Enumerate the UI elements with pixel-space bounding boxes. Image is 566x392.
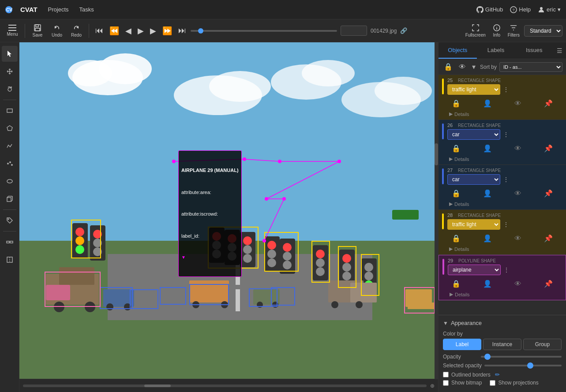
obj-label-select-28[interactable]: traffic light (447, 219, 500, 230)
split-tool[interactable] (2, 252, 18, 268)
obj-label-select-26[interactable]: car (447, 129, 500, 140)
color-band-28 (442, 213, 444, 229)
person-25[interactable]: 👤 (483, 99, 492, 108)
tab-objects[interactable]: Objects (439, 42, 477, 59)
canvas-hscroll[interactable] (23, 385, 427, 387)
prev-filter-frame-button[interactable]: ⏪ (107, 24, 122, 37)
redo-button[interactable]: Redo (67, 22, 85, 39)
join-tool[interactable] (2, 234, 18, 250)
person-28[interactable]: 👤 (483, 234, 492, 243)
show-bitmap-checkbox[interactable] (443, 380, 449, 386)
eye-25[interactable]: 👁 (514, 100, 521, 108)
obj-label-select-29[interactable]: airplane (448, 265, 501, 275)
svg-point-57 (243, 236, 252, 245)
frame-input[interactable]: 0 (341, 26, 367, 36)
tag-tool[interactable] (2, 213, 18, 228)
show-projections-checkbox[interactable] (490, 380, 495, 386)
pin-26[interactable]: 📌 (544, 144, 553, 153)
filters-button[interactable]: Filters (505, 22, 522, 39)
eye-all-button[interactable]: 👁 (457, 62, 468, 72)
outlined-borders-label[interactable]: Outlined borders (451, 372, 491, 378)
eye-26[interactable]: 👁 (514, 145, 521, 153)
next-frame-button[interactable]: ▶ (147, 24, 159, 37)
lock-25[interactable]: 🔒 (452, 99, 461, 108)
info-button[interactable]: Info (490, 22, 503, 39)
edit-icon[interactable]: ✏ (495, 371, 500, 378)
github-link[interactable]: GitHub (476, 6, 503, 13)
appearance-collapse[interactable]: ▼ (443, 320, 448, 326)
eye-29[interactable]: 👁 (514, 280, 521, 288)
cursor-tool[interactable] (2, 46, 18, 62)
details-toggle-25[interactable]: ▶ Details (449, 111, 562, 117)
tab-issues[interactable]: Issues (515, 42, 553, 59)
first-frame-button[interactable]: ⏮ (93, 24, 106, 37)
obj-menu-28[interactable]: ⋮ (502, 220, 510, 229)
rectangle-tool[interactable] (2, 103, 18, 119)
obj-label-select-25[interactable]: traffic light (447, 84, 500, 95)
points-tool[interactable] (2, 156, 18, 172)
svg-point-45 (93, 230, 102, 239)
nav-projects[interactable]: Projects (45, 4, 72, 15)
annotation-attr-area: attribute:area: (181, 189, 239, 196)
progress-bar[interactable] (191, 30, 337, 32)
polyline-tool[interactable] (2, 138, 18, 154)
svg-point-82 (54, 302, 64, 312)
details-toggle-28[interactable]: ▶ Details (449, 246, 562, 252)
tab-labels[interactable]: Labels (477, 42, 515, 59)
opacity-slider[interactable] (481, 356, 562, 358)
rotate-tool[interactable] (2, 81, 18, 97)
pin-28[interactable]: 📌 (544, 234, 553, 243)
undo-button[interactable]: Undo (48, 22, 66, 39)
details-toggle-27[interactable]: ▶ Details (449, 201, 562, 207)
nav-tasks[interactable]: Tasks (76, 4, 97, 15)
canvas-vscroll[interactable] (435, 42, 438, 379)
help-link[interactable]: ? Help (510, 6, 531, 13)
polygon-tool[interactable] (2, 120, 18, 136)
obj-label-select-27[interactable]: car (447, 174, 500, 185)
person-26[interactable]: 👤 (483, 144, 492, 153)
selected-opacity-slider[interactable] (484, 365, 562, 366)
obj-menu-25[interactable]: ⋮ (502, 85, 510, 94)
cuboid-icon (6, 195, 13, 202)
lock-29[interactable]: 🔒 (452, 280, 461, 288)
prev-frame-button[interactable]: ◀ (123, 24, 134, 37)
link-icon[interactable]: 🔗 (400, 27, 407, 34)
color-by-group-btn[interactable]: Group (523, 339, 562, 350)
show-projections-label[interactable]: Show projections (498, 380, 538, 386)
pin-27[interactable]: 📌 (544, 189, 553, 198)
play-button[interactable]: ▶ (135, 24, 146, 37)
obj-menu-27[interactable]: ⋮ (502, 175, 510, 184)
show-bitmap-label[interactable]: Show bitmap (451, 380, 482, 386)
person-29[interactable]: 👤 (483, 280, 492, 288)
person-27[interactable]: 👤 (483, 189, 492, 198)
outlined-borders-checkbox[interactable] (443, 372, 449, 377)
details-toggle-29[interactable]: ▶ Details (450, 291, 562, 297)
pin-25[interactable]: 📌 (544, 99, 553, 108)
dropdown-all-button[interactable]: ▾ (470, 62, 477, 72)
save-button[interactable]: Save (29, 22, 46, 39)
lock-28[interactable]: 🔒 (452, 234, 461, 243)
eye-28[interactable]: 👁 (514, 235, 521, 243)
obj-menu-29[interactable]: ⋮ (502, 265, 510, 274)
cuboid-tool[interactable] (2, 191, 18, 207)
last-frame-button[interactable]: ⏭ (176, 24, 189, 37)
fullscreen-button[interactable]: Fullscreen (463, 22, 488, 39)
menu-button[interactable]: Menu (4, 23, 21, 38)
pin-29[interactable]: 📌 (544, 280, 553, 288)
lock-all-button[interactable]: 🔒 (442, 62, 454, 72)
obj-menu-26[interactable]: ⋮ (502, 130, 510, 139)
next-filter-frame-button[interactable]: ⏩ (160, 24, 175, 37)
lock-26[interactable]: 🔒 (452, 144, 461, 153)
canvas-area[interactable]: AIRPLANE 29 (MANUAL) attribute:area: att… (19, 42, 438, 392)
eye-27[interactable]: 👁 (514, 190, 521, 198)
lock-27[interactable]: 🔒 (452, 189, 461, 198)
user-menu[interactable]: eric ▾ (538, 6, 561, 13)
view-mode-select[interactable]: Standard Attribute (524, 25, 562, 37)
color-by-instance-btn[interactable]: Instance (483, 339, 521, 350)
sort-select[interactable]: ID - as... (499, 62, 562, 72)
color-by-label-btn[interactable]: Label (443, 339, 481, 350)
details-toggle-26[interactable]: ▶ Details (449, 156, 562, 162)
panel-menu-button[interactable]: ☰ (553, 45, 566, 56)
move-tool[interactable] (2, 63, 18, 79)
ellipse-tool[interactable] (2, 173, 18, 189)
